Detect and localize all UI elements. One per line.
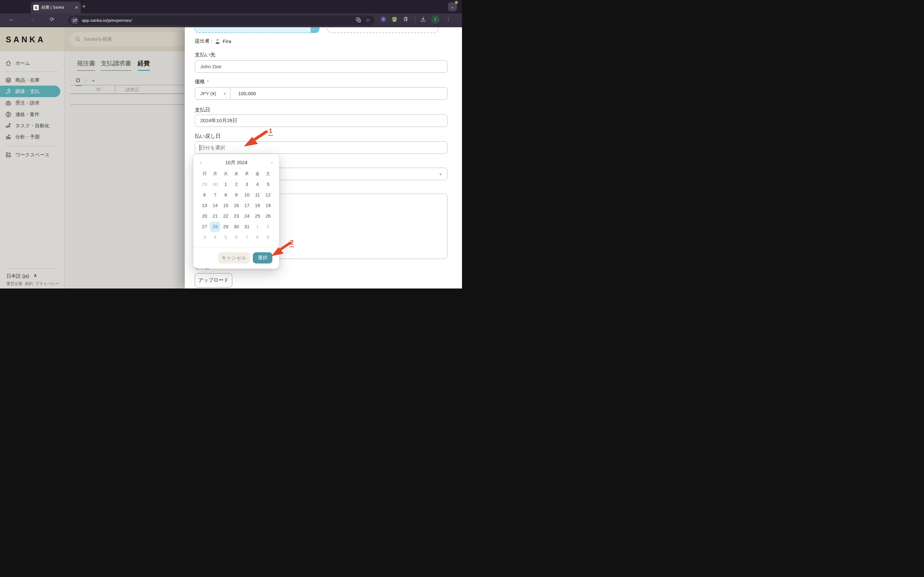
calendar-day[interactable]: 30: [231, 221, 242, 232]
calendar-day[interactable]: 2: [231, 179, 242, 190]
calendar-day[interactable]: 4: [252, 179, 263, 190]
amount-input[interactable]: [230, 91, 447, 97]
sidebar-item-procurement[interactable]: 調達・支払: [0, 85, 60, 97]
layers-icon: [5, 77, 11, 83]
payee-input[interactable]: [195, 60, 447, 73]
calendar-day[interactable]: 6: [199, 190, 210, 200]
calendar-day[interactable]: 8: [220, 190, 231, 200]
cancel-button[interactable]: キャンセル: [218, 252, 250, 263]
calendar-day[interactable]: 20: [199, 211, 210, 221]
chevron-up-icon[interactable]: ∧: [33, 272, 37, 278]
reimburse-date-input[interactable]: [195, 141, 447, 154]
calendar-day[interactable]: 10: [242, 190, 252, 200]
submitter-label: 提出者 :: [195, 38, 212, 45]
bookmark-star-icon[interactable]: ☆: [366, 17, 370, 23]
calendar-day[interactable]: 7: [210, 190, 220, 200]
submitter-name: Fira: [223, 39, 231, 44]
profile-avatar[interactable]: I: [431, 15, 439, 24]
next-month-icon[interactable]: ›: [271, 160, 273, 165]
calendar-day[interactable]: 21: [210, 211, 220, 221]
calendar-day[interactable]: 13: [199, 200, 210, 211]
view-menu-icon[interactable]: ⋮: [83, 78, 88, 83]
footer-link[interactable]: 運営企業: [6, 281, 23, 287]
calendar-month-title: 10月 2024: [194, 160, 279, 166]
calendar-day[interactable]: 31: [242, 221, 252, 232]
calendar-day[interactable]: 26: [263, 211, 273, 221]
sidebar-item-orders[interactable]: 受注・請求: [0, 97, 64, 109]
calendar-day[interactable]: 11: [252, 190, 263, 200]
sidebar-item-analytics[interactable]: 分析・予測: [0, 131, 64, 143]
toolbar-separator: [415, 17, 415, 23]
calendar-day[interactable]: 3: [199, 232, 210, 243]
calendar-day[interactable]: 1: [220, 179, 231, 190]
calendar-day[interactable]: 6: [231, 232, 242, 243]
tab-purchase-orders[interactable]: 発注書: [77, 59, 95, 69]
extension-starburst-icon[interactable]: [381, 16, 386, 23]
calendar-day[interactable]: 12: [263, 190, 273, 200]
reload-button[interactable]: ⟳: [50, 16, 54, 23]
sidebar-item-home[interactable]: ホーム: [0, 57, 64, 69]
forward-button[interactable]: →: [29, 16, 35, 23]
url-text[interactable]: app.sanka.io/ja/expenses/: [82, 18, 356, 23]
extensions-puzzle-icon[interactable]: [403, 16, 409, 23]
svg-text:文: 文: [359, 19, 360, 22]
tab-expenses[interactable]: 経費: [137, 59, 150, 69]
calendar-day[interactable]: 22: [220, 211, 231, 221]
category-chip-selected[interactable]: [194, 27, 320, 33]
browser-menu-icon[interactable]: ⋮: [446, 16, 451, 22]
back-button[interactable]: ←: [9, 16, 14, 23]
add-view-icon[interactable]: +: [92, 77, 95, 84]
annotation-arrow-1: [242, 130, 269, 148]
downloads-icon[interactable]: [420, 16, 426, 23]
calendar-day[interactable]: 30: [210, 179, 220, 190]
tab-close-icon[interactable]: ✕: [75, 5, 78, 10]
global-search[interactable]: Sankaを検索: [70, 32, 186, 47]
currency-select[interactable]: JPY (¥) ∨: [195, 87, 230, 99]
calendar-day[interactable]: 29: [220, 221, 231, 232]
calendar-day[interactable]: 18: [252, 200, 263, 211]
calendar-day[interactable]: 15: [220, 200, 231, 211]
calendar-day[interactable]: 8: [252, 232, 263, 243]
payment-date-input[interactable]: [195, 114, 447, 127]
footer-link[interactable]: 規約: [25, 281, 33, 287]
text-caret: [200, 145, 200, 151]
calendar-day[interactable]: 1: [252, 221, 263, 232]
sidebar-divider: [5, 268, 59, 269]
calendar-day[interactable]: 19: [263, 200, 273, 211]
calendar-day[interactable]: 4: [210, 232, 220, 243]
column-header-vendor[interactable]: 請求元: [126, 87, 139, 93]
calendar-day[interactable]: 2: [263, 221, 273, 232]
url-bar[interactable]: app.sanka.io/ja/expenses/ G文 ☆: [68, 15, 375, 25]
weekday-label: 木: [242, 169, 252, 178]
calendar-day[interactable]: 5: [263, 179, 273, 190]
calendar-day[interactable]: 27: [199, 221, 210, 232]
view-tab[interactable]: O: [76, 77, 80, 84]
site-info-icon[interactable]: [71, 17, 79, 24]
sidebar-item-tasks[interactable]: タスク・自動化: [0, 120, 64, 131]
calendar-day[interactable]: 29: [199, 179, 210, 190]
language-selector[interactable]: 日本語 (ja): [6, 273, 29, 279]
calendar-day[interactable]: 25: [252, 211, 263, 221]
sidebar-item-contacts[interactable]: 連絡・案件: [0, 109, 64, 120]
calendar-day[interactable]: 7: [242, 232, 252, 243]
calendar-day[interactable]: 5: [220, 232, 231, 243]
calendar-day[interactable]: 16: [231, 200, 242, 211]
upload-button[interactable]: アップロード: [195, 273, 232, 287]
sidebar-item-products[interactable]: 商品・在庫: [0, 74, 64, 86]
calendar-day[interactable]: 14: [210, 200, 220, 211]
extension-frog-icon[interactable]: [391, 16, 397, 24]
calendar-day[interactable]: 24: [242, 211, 252, 221]
sidebar-item-workspace[interactable]: ワークスペース: [0, 149, 64, 161]
footer-link[interactable]: プライバシー: [35, 281, 59, 287]
calendar-day[interactable]: 9: [231, 190, 242, 200]
browser-tab[interactable]: S 経費 | Sanka ✕: [31, 2, 81, 13]
calendar-day[interactable]: 28: [210, 221, 220, 232]
tab-invoices[interactable]: 支払請求書: [101, 59, 131, 69]
new-tab-button[interactable]: +: [82, 3, 86, 10]
category-chip-unselected[interactable]: [327, 27, 439, 33]
calendar-day[interactable]: 23: [231, 211, 242, 221]
translate-icon[interactable]: G文: [356, 17, 361, 23]
calendar-day[interactable]: 3: [242, 179, 252, 190]
column-header-id[interactable]: ID: [96, 87, 101, 92]
calendar-day[interactable]: 17: [242, 200, 252, 211]
